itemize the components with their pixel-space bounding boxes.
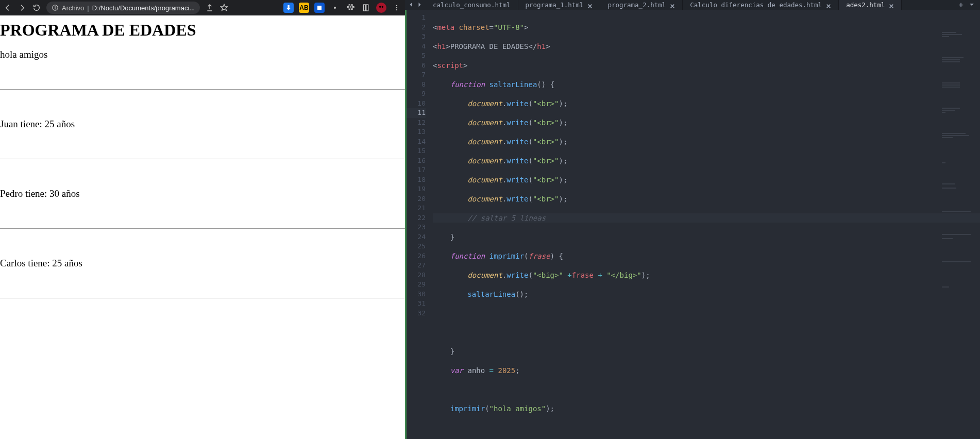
- svg-rect-5: [363, 5, 365, 11]
- tab-calculo-diferencias[interactable]: Calculo diferencias de edades.html: [683, 0, 839, 10]
- extension-icon[interactable]: ⬇: [283, 3, 294, 13]
- address-bar[interactable]: Archivo | D:/Noctu/Documents/programaci.…: [46, 2, 200, 14]
- tabs: calculo_consumo.html programa_1.html pro…: [426, 0, 953, 10]
- close-icon[interactable]: [826, 3, 831, 8]
- reload-button[interactable]: [32, 3, 41, 12]
- menu-button[interactable]: [392, 3, 402, 13]
- browser-toolbar: Archivo | D:/Noctu/Documents/programaci.…: [0, 0, 405, 15]
- output-line: Juan tiene: 25 años: [0, 119, 405, 130]
- output-line: Carlos tiene: 25 años: [0, 258, 405, 269]
- extension-icon[interactable]: AB: [299, 3, 309, 13]
- editor-tabbar: calculo_consumo.html programa_1.html pro…: [405, 0, 980, 10]
- line-gutter: 1234567891011121314151617181920212223242…: [405, 10, 430, 439]
- tab-label: programa_2.html: [607, 1, 666, 9]
- svg-rect-6: [366, 5, 368, 11]
- output-line: hola amigos: [0, 49, 405, 60]
- tab-dropdown-button[interactable]: [969, 1, 975, 9]
- tab-programa-2[interactable]: programa_2.html: [600, 0, 683, 10]
- extensions-area: ⬇ AB: [283, 3, 402, 13]
- svg-point-7: [379, 6, 381, 8]
- svg-point-9: [396, 5, 397, 6]
- close-icon[interactable]: [587, 3, 593, 8]
- tab-ades2[interactable]: ades2.html: [839, 0, 902, 10]
- back-button[interactable]: [3, 3, 12, 12]
- tab-programa-1[interactable]: programa_1.html: [518, 0, 601, 10]
- svg-rect-3: [317, 6, 322, 10]
- new-tab-button[interactable]: +: [958, 0, 964, 10]
- code-text[interactable]: <meta charset="UTF-8"> <h1>PROGRAMA DE E…: [430, 10, 980, 439]
- tab-label: programa_1.html: [526, 1, 584, 9]
- share-button[interactable]: [205, 3, 214, 12]
- tabbar-actions: +: [953, 0, 980, 10]
- forward-button[interactable]: [18, 3, 27, 12]
- tab-history-back[interactable]: [408, 1, 414, 9]
- tab-label: ades2.html: [846, 1, 885, 9]
- extension-icon[interactable]: [330, 3, 340, 13]
- url-scheme: Archivo: [62, 4, 84, 12]
- close-icon[interactable]: [670, 3, 675, 8]
- svg-point-8: [382, 6, 384, 8]
- profile-button[interactable]: [376, 3, 386, 13]
- minimap[interactable]: [942, 13, 978, 95]
- code-area[interactable]: 1234567891011121314151617181920212223242…: [405, 10, 980, 439]
- url-sep: |: [87, 4, 89, 12]
- code-editor: calculo_consumo.html programa_1.html pro…: [405, 0, 980, 439]
- reading-list-button[interactable]: [361, 3, 371, 13]
- close-icon[interactable]: [889, 3, 894, 8]
- info-icon: [52, 4, 59, 11]
- extensions-button[interactable]: [345, 3, 356, 13]
- tab-label: Calculo diferencias de edades.html: [690, 1, 822, 9]
- tab-history-forward[interactable]: [416, 1, 423, 9]
- svg-point-10: [396, 7, 397, 8]
- bookmark-button[interactable]: [219, 3, 229, 12]
- output-line: Pedro tiene: 30 años: [0, 188, 405, 199]
- url-path: D:/Noctu/Documents/programaci...: [92, 4, 195, 12]
- page-heading: PROGRAMA DE EDADES: [0, 21, 405, 40]
- browser-window: Archivo | D:/Noctu/Documents/programaci.…: [0, 0, 405, 439]
- svg-point-4: [334, 7, 336, 9]
- tab-label: calculo_consumo.html: [433, 1, 511, 9]
- tab-calculo-consumo[interactable]: calculo_consumo.html: [426, 0, 518, 10]
- divider: [0, 298, 405, 298]
- extension-icon[interactable]: [314, 3, 325, 13]
- page-content: PROGRAMA DE EDADES hola amigos Juan tien…: [0, 15, 405, 439]
- svg-point-11: [396, 9, 397, 10]
- tab-nav: [405, 0, 426, 10]
